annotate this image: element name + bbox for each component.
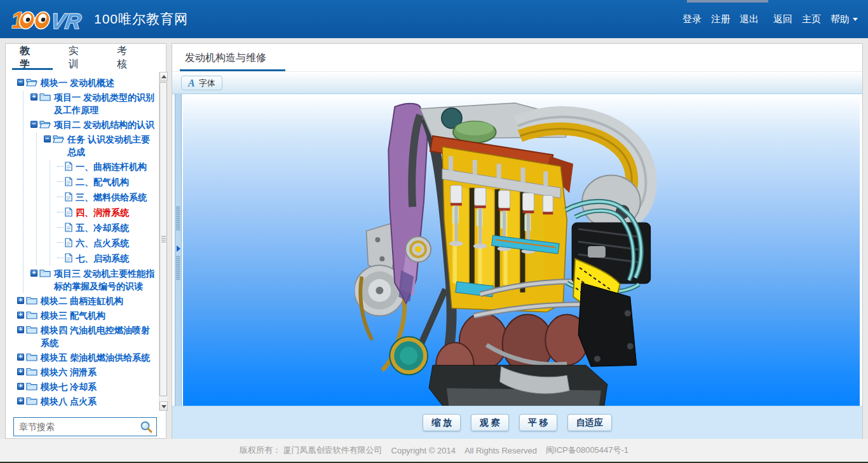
site-logo[interactable]: 1 VR bbox=[8, 4, 88, 34]
fit-button[interactable]: 自适应 bbox=[567, 414, 612, 431]
expand-plus-icon[interactable]: + bbox=[17, 383, 24, 390]
tree-item[interactable]: −任务 认识发动机主要总成 bbox=[44, 133, 158, 158]
document-icon-wrap bbox=[65, 238, 72, 250]
viewer-toolbar: A 字体 bbox=[172, 72, 862, 94]
tree-item[interactable]: +模块八 点火系 bbox=[17, 395, 158, 408]
folder-closed-icon-wrap bbox=[26, 296, 37, 307]
scroll-down-button[interactable] bbox=[159, 401, 168, 411]
tree-connector bbox=[57, 181, 64, 182]
tree-item[interactable]: +模块四 汽油机电控燃油喷射系统 bbox=[17, 324, 158, 349]
expand-plus-icon[interactable]: + bbox=[31, 93, 37, 100]
chapter-tree: −模块一 发动机概述+项目一 发动机类型的识别及工作原理−项目二 发动机结构的认… bbox=[6, 72, 158, 411]
folder-closed-icon bbox=[39, 92, 51, 101]
document-icon bbox=[65, 238, 72, 247]
scroll-thumb[interactable] bbox=[159, 82, 167, 396]
tree-item[interactable]: −项目二 发动机结构的认识 bbox=[31, 118, 158, 131]
tree-item-label: 二、配气机构 bbox=[76, 176, 129, 188]
active-tab-underline bbox=[12, 68, 53, 70]
sidebar-collapse-splitter[interactable] bbox=[175, 94, 182, 406]
chevron-down-icon bbox=[853, 18, 858, 21]
svg-text:VR: VR bbox=[50, 9, 83, 33]
tree-item[interactable]: 一、曲柄连杆机构 bbox=[57, 160, 158, 174]
tree-item[interactable]: −模块一 发动机概述 bbox=[17, 76, 158, 89]
splitter-dots bbox=[176, 256, 180, 280]
tree-connector bbox=[57, 258, 64, 258]
footer-text: All Rights Reserved bbox=[465, 446, 537, 455]
tree-item-label: 模块三 配气机构 bbox=[41, 309, 105, 322]
document-icon bbox=[65, 223, 72, 232]
viewer-controls: 缩 放观 察平 移自适应 bbox=[172, 406, 862, 439]
tree-item[interactable]: 六、点火系统 bbox=[57, 237, 158, 250]
scroll-up-button[interactable] bbox=[159, 72, 168, 81]
folder-open-icon-wrap bbox=[26, 78, 37, 89]
pan-button[interactable]: 平 移 bbox=[519, 414, 557, 431]
tree-item[interactable]: +模块五 柴油机燃油供给系统 bbox=[17, 351, 158, 364]
nav-link-back[interactable]: 返回 bbox=[773, 13, 792, 25]
nav-link-home[interactable]: 主页 bbox=[802, 13, 821, 25]
nav-link-login[interactable]: 登录 bbox=[682, 13, 702, 25]
nav-link-register[interactable]: 注册 bbox=[711, 13, 730, 25]
tree-item[interactable]: 四、润滑系统 bbox=[57, 206, 158, 219]
nav-link-help[interactable]: 帮助 bbox=[831, 13, 858, 25]
folder-open-icon bbox=[53, 134, 64, 143]
splitter-arrow-icon[interactable] bbox=[177, 245, 180, 252]
observe-button[interactable]: 观 察 bbox=[471, 414, 509, 431]
tree-item[interactable]: +模块七 冷却系 bbox=[17, 380, 158, 393]
folder-closed-icon bbox=[26, 352, 37, 361]
tree-item[interactable]: 七、启动系统 bbox=[57, 252, 158, 265]
collapse-minus-icon[interactable]: − bbox=[44, 135, 51, 142]
expand-plus-icon[interactable]: + bbox=[17, 368, 24, 375]
expand-plus-icon[interactable]: + bbox=[17, 326, 24, 333]
zoom-button[interactable]: 缩 放 bbox=[423, 414, 461, 431]
folder-closed-icon-wrap bbox=[39, 92, 51, 104]
collapse-minus-icon[interactable]: − bbox=[31, 121, 37, 128]
tree-item-label: 模块五 柴油机燃油供给系统 bbox=[41, 351, 150, 364]
search-icon[interactable] bbox=[140, 420, 153, 434]
tree-item[interactable]: 三、燃料供给系统 bbox=[57, 191, 158, 204]
content-tab-title[interactable]: 发动机构造与维修 bbox=[185, 52, 266, 65]
tree-item[interactable]: +模块六 润滑系 bbox=[17, 366, 158, 378]
site-title: 100唯尔教育网 bbox=[94, 10, 188, 28]
tree-scrollbar[interactable] bbox=[159, 72, 167, 411]
footer-text: 版权所有： 厦门凤凰创壹软件有限公司 bbox=[240, 445, 383, 456]
tree-item-label: 模块一 发动机概述 bbox=[41, 76, 114, 89]
expand-plus-icon[interactable]: + bbox=[17, 397, 24, 404]
tree-item[interactable]: +模块二 曲柄连缸机构 bbox=[17, 294, 158, 307]
tree-item[interactable]: 五、冷却系统 bbox=[57, 221, 158, 235]
collapse-minus-icon[interactable]: − bbox=[17, 79, 24, 86]
tree-item[interactable]: +模块九 发动机总成吊装 bbox=[17, 410, 158, 411]
viewer-3d[interactable] bbox=[183, 94, 860, 406]
folder-closed-icon-wrap bbox=[26, 382, 37, 393]
tree-item[interactable]: +项目一 发动机类型的识别及工作原理 bbox=[31, 91, 158, 116]
folder-closed-icon bbox=[26, 296, 37, 305]
tree-item[interactable]: +模块三 配气机构 bbox=[17, 309, 158, 322]
tree-item-label: 模块七 冷却系 bbox=[41, 380, 97, 393]
document-icon bbox=[65, 162, 72, 171]
folder-closed-icon bbox=[26, 367, 37, 376]
tree-connector bbox=[57, 242, 64, 243]
expand-plus-icon[interactable]: + bbox=[17, 297, 24, 304]
tab-assessment[interactable]: 考 核 bbox=[117, 45, 148, 71]
footer: 版权所有： 厦门凤凰创壹软件有限公司Copyright © 2014All Ri… bbox=[0, 439, 868, 462]
tab-training[interactable]: 实 训 bbox=[69, 45, 100, 71]
expand-plus-icon[interactable]: + bbox=[31, 270, 37, 277]
expand-plus-icon[interactable]: + bbox=[17, 354, 24, 361]
font-button[interactable]: A 字体 bbox=[181, 76, 222, 90]
engine-3d-model[interactable] bbox=[355, 94, 675, 406]
tree-item-label: 七、启动系统 bbox=[76, 252, 129, 265]
tree-item[interactable]: 二、配气机构 bbox=[57, 176, 158, 189]
footer-text: 闽ICP备08005447号-1 bbox=[546, 445, 628, 456]
tree-item[interactable]: +项目三 发动机主要性能指标的掌握及编号的识读 bbox=[31, 267, 158, 293]
folder-closed-icon bbox=[26, 325, 37, 334]
tree-item-label: 项目一 发动机类型的识别及工作原理 bbox=[54, 91, 158, 116]
tree: −模块一 发动机概述+项目一 发动机类型的识别及工作原理−项目二 发动机结构的认… bbox=[12, 76, 158, 411]
splitter-dots bbox=[176, 206, 180, 230]
tree-item-label: 任务 认识发动机主要总成 bbox=[67, 133, 158, 158]
tab-teaching[interactable]: 教 学 bbox=[20, 45, 51, 71]
tree-connector bbox=[57, 197, 64, 197]
folder-open-icon-wrap bbox=[39, 120, 51, 131]
search-input[interactable] bbox=[14, 418, 135, 436]
nav-link-logout[interactable]: 退出 bbox=[740, 13, 759, 25]
expand-plus-icon[interactable]: + bbox=[17, 312, 24, 319]
document-icon bbox=[65, 207, 72, 217]
